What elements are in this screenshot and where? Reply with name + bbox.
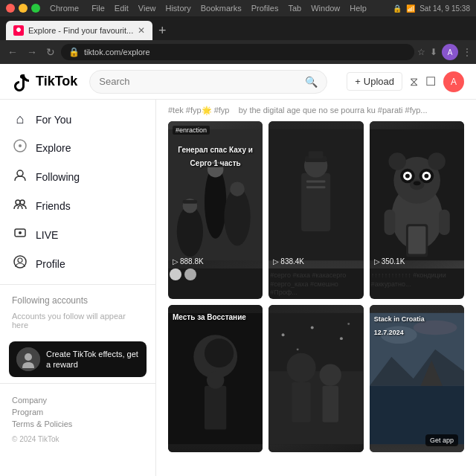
svg-point-3 xyxy=(16,200,20,205)
tiktok-body: ⌂ For You Explore Following Friends xyxy=(0,100,476,476)
sidebar-item-for-you[interactable]: ⌂ For You xyxy=(0,106,155,133)
svg-point-10 xyxy=(25,353,32,361)
sidebar-following-label: Following xyxy=(36,171,80,183)
mac-menu-edit[interactable]: Edit xyxy=(115,4,129,13)
message-icon[interactable]: ☐ xyxy=(425,74,436,89)
svg-rect-54 xyxy=(323,386,339,422)
mac-menu-view[interactable]: View xyxy=(138,4,156,13)
terms-link[interactable]: Terms & Policies xyxy=(12,419,144,428)
video-card-1[interactable]: #enraction Генерал спас Каху и Серго 1 ч… xyxy=(168,121,263,299)
search-button[interactable]: 🔍 xyxy=(305,76,318,88)
sidebar-for-you-label: For You xyxy=(36,114,71,126)
play-icon-2: ▷ xyxy=(273,257,279,266)
svg-point-39 xyxy=(413,181,420,185)
svg-point-17 xyxy=(230,181,245,196)
mac-menu-tab[interactable]: Tab xyxy=(288,4,301,13)
search-input[interactable] xyxy=(99,76,300,87)
sidebar: ⌂ For You Explore Following Friends xyxy=(0,100,156,476)
mac-minimize-dot[interactable] xyxy=(19,4,28,13)
mac-sys-icon-1: 🔒 xyxy=(393,4,402,13)
sidebar-item-explore[interactable]: Explore xyxy=(0,133,155,162)
hint-text-1: #tek #fyp🌟 #fyp xyxy=(168,106,230,115)
url-box[interactable]: 🔒 tiktok.com/explore xyxy=(61,44,414,60)
video-grid: #enraction Генерал спас Каху и Серго 1 ч… xyxy=(168,121,464,452)
active-tab[interactable]: Explore - Find your favourit... ✕ xyxy=(6,21,152,40)
mac-app-name: Chrome xyxy=(50,4,79,13)
video-card-6[interactable]: Stack in Croatia 12.7.2024 Get app xyxy=(370,305,464,452)
refresh-button[interactable]: ↻ xyxy=(43,45,58,60)
svg-point-8 xyxy=(18,258,22,263)
mac-menu-window[interactable]: Window xyxy=(311,4,340,13)
video-thumb-5 xyxy=(268,305,363,452)
mac-menu-history[interactable]: History xyxy=(165,4,190,13)
new-tab-button[interactable]: + xyxy=(152,21,172,40)
hint-text-2: by the digital age que no se pourra ku #… xyxy=(239,106,428,115)
video-card-5[interactable] xyxy=(268,305,363,452)
svg-point-36 xyxy=(405,174,410,178)
svg-point-46 xyxy=(205,338,234,367)
video-badge-1: #enraction xyxy=(173,126,210,135)
sidebar-item-live[interactable]: LIVE xyxy=(0,220,155,249)
svg-point-51 xyxy=(287,353,316,382)
copyright: © 2024 TikTok xyxy=(12,435,60,443)
play-icon-1: ▷ xyxy=(173,257,178,266)
svg-rect-43 xyxy=(408,226,426,254)
company-link[interactable]: Company xyxy=(12,396,144,405)
like-dot-2 xyxy=(184,268,196,280)
like-dot-1 xyxy=(170,268,181,280)
video-desc-2: #серго #каха #какасерго #серго_каха #сме… xyxy=(268,268,363,299)
filter-icon[interactable]: ⧖ xyxy=(410,75,418,89)
svg-point-1 xyxy=(19,144,22,147)
bookmark-icon[interactable]: ☆ xyxy=(417,47,425,57)
profile-icon xyxy=(12,255,28,272)
download-icon[interactable]: ⬇ xyxy=(430,47,437,57)
svg-point-59 xyxy=(348,323,350,325)
mac-bar-left: Chrome File Edit View History Bookmarks … xyxy=(6,4,388,13)
sidebar-item-friends[interactable]: Friends xyxy=(0,191,155,220)
sidebar-item-following[interactable]: Following xyxy=(0,162,155,191)
mac-menu-bookmarks[interactable]: Bookmarks xyxy=(201,4,242,13)
video-views-3: ▷ 350.1K xyxy=(374,257,460,266)
forward-button[interactable]: → xyxy=(24,45,40,60)
search-box[interactable]: 🔍 xyxy=(89,70,327,94)
back-button[interactable]: ← xyxy=(4,45,21,60)
program-link[interactable]: Program xyxy=(12,408,144,416)
explore-icon xyxy=(12,139,28,156)
mac-close-dot[interactable] xyxy=(6,4,15,13)
mac-menu-profiles[interactable]: Profiles xyxy=(251,4,279,13)
browser-account-avatar[interactable]: A xyxy=(442,44,458,60)
video-views-count-1: 888.8K xyxy=(180,257,204,266)
svg-rect-41 xyxy=(439,210,450,235)
mac-menu-help[interactable]: Help xyxy=(350,4,367,13)
video-card-4[interactable]: Месть за Восстание xyxy=(168,305,263,452)
svg-point-12 xyxy=(177,206,203,257)
video-likes-row-1 xyxy=(168,268,263,282)
tiktok-logo[interactable]: TikTok xyxy=(12,71,77,92)
create-effect-banner[interactable]: Create TikTok effects, get a reward xyxy=(9,341,147,377)
tab-bar: Explore - Find your favourit... ✕ + xyxy=(0,16,476,40)
sidebar-item-profile[interactable]: Profile xyxy=(0,249,155,278)
tab-close-button[interactable]: ✕ xyxy=(138,25,145,36)
video-thumb-4: Месть за Восстание xyxy=(168,305,263,452)
tiktok-header: TikTok 🔍 + Upload ⧖ ☐ A xyxy=(0,64,476,100)
video-title-4: Месть за Восстание xyxy=(173,313,246,321)
sidebar-explore-label: Explore xyxy=(36,142,71,154)
svg-point-57 xyxy=(340,337,343,340)
video-card-3[interactable]: ▷ 350.1K ↑↑↑↑↑↑↑↑↑↑↑↑ #кондиции #аккурат… xyxy=(370,121,464,299)
mac-maximize-dot[interactable] xyxy=(31,4,40,13)
svg-point-58 xyxy=(297,349,299,351)
mac-menu-file[interactable]: File xyxy=(91,4,105,13)
video-overlay-bottom-2: ▷ 838.4K xyxy=(268,257,363,268)
menu-icon[interactable]: ⋮ xyxy=(463,47,472,57)
user-avatar[interactable]: A xyxy=(443,71,464,92)
browser-action-icons: ☆ ⬇ A ⋮ xyxy=(417,44,472,60)
video-card-2[interactable]: ▷ 838.4K #серго #каха #какасерго #серго_… xyxy=(268,121,363,299)
svg-rect-18 xyxy=(183,200,198,204)
mac-clock: Sat 14, 9 15:38 xyxy=(419,4,470,13)
content-hint: #tek #fyp🌟 #fyp by the digital age que n… xyxy=(168,106,464,115)
get-app-button[interactable]: Get app xyxy=(425,434,458,446)
video-title-1: Генерал спас Каху и Серго 1 часть xyxy=(178,146,253,167)
sidebar-profile-label: Profile xyxy=(36,258,65,270)
svg-rect-47 xyxy=(205,386,226,430)
upload-button[interactable]: + Upload xyxy=(347,72,402,91)
